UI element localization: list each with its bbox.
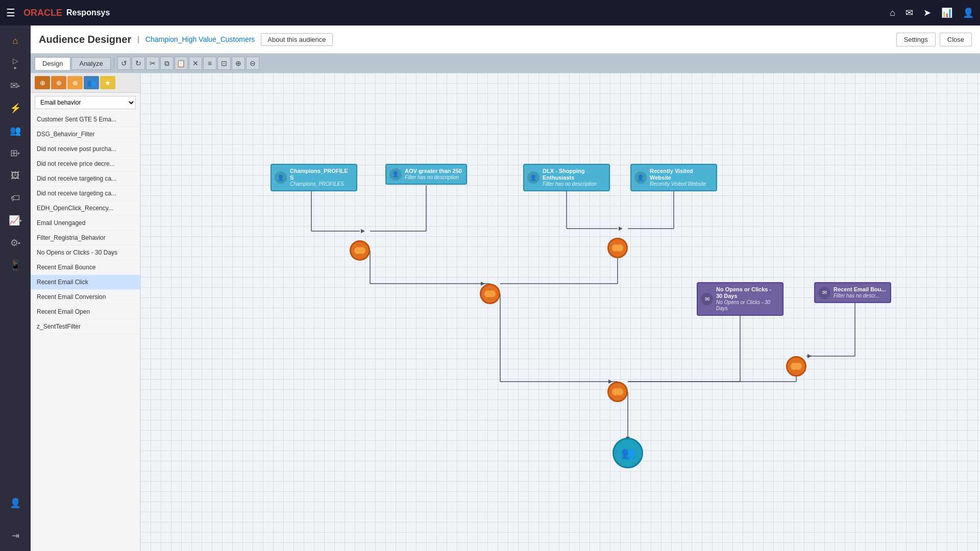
filter-category-dropdown[interactable]: Email behavior bbox=[35, 96, 136, 109]
sidebar-tools-icon[interactable]: ⚙ ▸ bbox=[5, 233, 26, 253]
top-navbar: ☰ ORACLE Responsys ⌂ ✉ ➤ 📊 👤 bbox=[0, 0, 980, 26]
filter-item-7[interactable]: Email Unengaged bbox=[31, 216, 140, 231]
node-icon-visited: 👤 bbox=[634, 171, 647, 184]
filter-item-8[interactable]: Filter_Registria_Behavior bbox=[31, 231, 140, 245]
op-circle-3[interactable] bbox=[480, 284, 500, 304]
paste-icon[interactable]: 📋 bbox=[175, 57, 188, 70]
page-title: Audience Designer bbox=[39, 34, 131, 45]
node-subtitle-visited: Recently Visited Website bbox=[650, 181, 712, 187]
sidebar-mobile-icon[interactable]: 📱 bbox=[5, 255, 26, 276]
left-sidebar: ⌂ ▷ ▸ ✉ ▸ ⚡ 👥 ⊞ ▸ 🖼 🏷 📈 ▸ ⚙ ▸ 📱 👤 ⇥ bbox=[0, 26, 31, 551]
node-icon-aov: 👤 bbox=[389, 168, 402, 181]
flow-node-no-opens[interactable]: ✉ No Opens or Clicks - 30 Days No Opens … bbox=[697, 282, 783, 316]
filter-item-5[interactable]: Did not receive targeting ca... bbox=[31, 186, 140, 201]
sidebar-arrow-icon[interactable]: ▷ ▸ bbox=[5, 53, 26, 73]
filter-icon-people[interactable]: 👥 bbox=[84, 76, 99, 89]
svg-marker-22 bbox=[807, 354, 812, 358]
flow-node-aov[interactable]: 👤 AOV greater than 250 Filter has no des… bbox=[385, 164, 467, 185]
node-subtitle-dlx: Filter has no description bbox=[543, 181, 605, 187]
mail-icon[interactable]: ✉ bbox=[905, 7, 913, 18]
sidebar-grid-icon[interactable]: ⊞ ▸ bbox=[5, 143, 26, 163]
node-icon-no-opens: ✉ bbox=[701, 293, 713, 305]
filter-icon-not[interactable]: ⊕ bbox=[67, 76, 83, 89]
filter-item-11[interactable]: Recent Email Click bbox=[31, 275, 140, 290]
audience-circle[interactable]: 👥 bbox=[612, 438, 643, 468]
app-logo: ORACLE Responsys bbox=[23, 8, 110, 18]
flow-node-visited[interactable]: 👤 Recently Visited Website Recently Visi… bbox=[630, 164, 717, 191]
filter-icon-or[interactable]: ⊕ bbox=[51, 76, 66, 89]
sidebar-email-icon[interactable]: ✉ ▸ bbox=[5, 76, 26, 96]
filter-icon-star[interactable]: ★ bbox=[100, 76, 115, 89]
flow-node-champions[interactable]: 👤 Champions_PROFILE S Champions_PROFILES bbox=[271, 164, 357, 191]
oracle-logo-text: ORACLE bbox=[23, 8, 62, 18]
filter-icon-and[interactable]: ⊕ bbox=[35, 76, 50, 89]
filter-item-10[interactable]: Recent Email Bounce bbox=[31, 260, 140, 275]
node-subtitle-no-opens: No Opens or Clicks - 30 Days bbox=[716, 299, 778, 312]
op-circle-2[interactable] bbox=[607, 238, 628, 258]
breadcrumb-separator: | bbox=[137, 35, 139, 43]
filter-item-6[interactable]: EDH_OpenClick_Recency... bbox=[31, 201, 140, 216]
settings-button[interactable]: Settings bbox=[896, 33, 936, 46]
toolbar-separator-1 bbox=[114, 58, 114, 68]
header-right-buttons: Settings Close bbox=[896, 33, 972, 46]
node-title-dlx: DLX - Shopping Enthusiasts bbox=[543, 168, 605, 181]
zoom-in-icon[interactable]: ⊕ bbox=[232, 57, 245, 70]
send-icon[interactable]: ➤ bbox=[923, 7, 931, 18]
node-icon-champions: 👤 bbox=[275, 171, 287, 184]
filter-icons-row: ⊕ ⊕ ⊕ 👥 ★ bbox=[31, 73, 140, 93]
filter-item-12[interactable]: Recent Email Conversion bbox=[31, 290, 140, 305]
filter-item-4[interactable]: Did not receive targeting ca... bbox=[31, 171, 140, 186]
svg-marker-9 bbox=[619, 227, 623, 231]
sidebar-logout-icon[interactable]: ⇥ bbox=[5, 525, 26, 546]
left-filter-panel: ⊕ ⊕ ⊕ 👥 ★ Email behavior Customer Sent G… bbox=[31, 73, 140, 551]
zoom-fit-icon[interactable]: ⊡ bbox=[217, 57, 231, 70]
cut-icon[interactable]: ✂ bbox=[146, 57, 159, 70]
undo-icon[interactable]: ↺ bbox=[117, 57, 131, 70]
sidebar-people-icon[interactable]: 👥 bbox=[5, 120, 26, 141]
design-tab[interactable]: Design bbox=[35, 57, 70, 70]
node-subtitle-aov: Filter has no description bbox=[405, 174, 462, 181]
hamburger-menu[interactable]: ☰ bbox=[6, 7, 15, 19]
node-icon-email-bounce: ✉ bbox=[818, 287, 830, 299]
node-icon-dlx: 👤 bbox=[527, 171, 540, 184]
person-icon[interactable]: 👤 bbox=[963, 7, 974, 18]
product-name: Responsys bbox=[66, 8, 110, 17]
filter-item-0[interactable]: Customer Sent GTE 5 Ema... bbox=[31, 112, 140, 127]
node-title-visited: Recently Visited Website bbox=[650, 168, 712, 181]
node-subtitle-email-bounce: Filter has no descr... bbox=[834, 293, 886, 299]
flow-svg bbox=[140, 73, 980, 551]
zoom-out-icon[interactable]: ⊖ bbox=[246, 57, 259, 70]
filter-item-3[interactable]: Did not receive price decre... bbox=[31, 157, 140, 171]
sidebar-image-icon[interactable]: 🖼 bbox=[5, 165, 26, 186]
op-circle-5[interactable] bbox=[607, 382, 628, 402]
canvas-area: 👤 Champions_PROFILE S Champions_PROFILES… bbox=[140, 73, 980, 551]
delete-icon[interactable]: ✕ bbox=[189, 57, 202, 70]
sidebar-chart-icon[interactable]: 📈 ▸ bbox=[5, 210, 26, 231]
sidebar-tag-icon[interactable]: 🏷 bbox=[5, 188, 26, 208]
breadcrumb-link[interactable]: Champion_High Value_Customers bbox=[145, 35, 255, 43]
sidebar-lightning-icon[interactable]: ⚡ bbox=[5, 98, 26, 118]
flow-node-dlx[interactable]: 👤 DLX - Shopping Enthusiasts Filter has … bbox=[523, 164, 610, 191]
filter-item-9[interactable]: No Opens or Clicks - 30 Days bbox=[31, 245, 140, 260]
node-title-aov: AOV greater than 250 bbox=[405, 168, 462, 174]
home-icon[interactable]: ⌂ bbox=[890, 8, 895, 18]
node-subtitle-champions: Champions_PROFILES bbox=[290, 181, 352, 187]
copy-icon[interactable]: ⧉ bbox=[160, 57, 174, 70]
filter-item-1[interactable]: DSG_Behavior_Filter bbox=[31, 127, 140, 142]
svg-marker-4 bbox=[361, 229, 365, 233]
sidebar-home-icon[interactable]: ⌂ bbox=[5, 31, 26, 51]
redo-icon[interactable]: ↻ bbox=[132, 57, 145, 70]
align-icon[interactable]: ≡ bbox=[203, 57, 216, 70]
chart-icon[interactable]: 📊 bbox=[941, 7, 952, 18]
filter-item-2[interactable]: Did not receive post purcha... bbox=[31, 142, 140, 157]
op-circle-1[interactable] bbox=[350, 240, 370, 261]
page-header: Audience Designer | Champion_High Value_… bbox=[31, 26, 980, 54]
filter-item-14[interactable]: z_SentTestFilter bbox=[31, 319, 140, 334]
close-button[interactable]: Close bbox=[940, 33, 972, 46]
sidebar-user-icon[interactable]: 👤 bbox=[5, 493, 26, 513]
about-audience-button[interactable]: About this audience bbox=[261, 33, 332, 46]
analyze-tab[interactable]: Analyze bbox=[71, 57, 110, 70]
op-circle-4[interactable] bbox=[786, 356, 806, 377]
filter-item-13[interactable]: Recent Email Open bbox=[31, 305, 140, 319]
flow-node-email-bounce[interactable]: ✉ Recent Email Bou... Filter has no desc… bbox=[814, 282, 891, 303]
